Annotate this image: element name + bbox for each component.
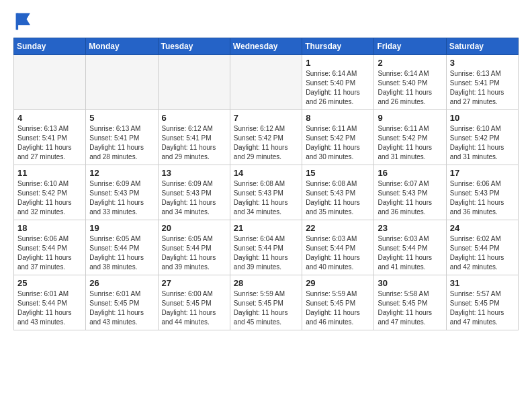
calendar-cell: 26Sunrise: 6:01 AM Sunset: 5:45 PM Dayli… [86, 275, 158, 330]
day-info: Sunrise: 6:07 AM Sunset: 5:43 PM Dayligh… [378, 179, 442, 217]
calendar-cell: 31Sunrise: 5:57 AM Sunset: 5:45 PM Dayli… [446, 275, 518, 330]
weekday-header-friday: Friday [374, 38, 446, 55]
day-info: Sunrise: 6:01 AM Sunset: 5:45 PM Dayligh… [89, 289, 154, 327]
day-number: 29 [306, 278, 370, 288]
calendar-cell: 19Sunrise: 6:05 AM Sunset: 5:44 PM Dayli… [86, 220, 158, 275]
day-info: Sunrise: 6:11 AM Sunset: 5:42 PM Dayligh… [306, 124, 370, 162]
day-number: 28 [234, 278, 298, 288]
calendar-cell: 11Sunrise: 6:10 AM Sunset: 5:42 PM Dayli… [14, 165, 86, 220]
weekday-header-sunday: Sunday [14, 38, 86, 55]
calendar-cell: 4Sunrise: 6:13 AM Sunset: 5:41 PM Daylig… [14, 110, 86, 165]
day-info: Sunrise: 6:14 AM Sunset: 5:40 PM Dayligh… [378, 69, 442, 107]
week-row-1: 1Sunrise: 6:14 AM Sunset: 5:40 PM Daylig… [14, 55, 519, 110]
day-info: Sunrise: 6:13 AM Sunset: 5:41 PM Dayligh… [450, 69, 515, 107]
day-number: 25 [17, 278, 82, 288]
calendar-cell: 20Sunrise: 6:05 AM Sunset: 5:44 PM Dayli… [158, 220, 230, 275]
calendar-cell: 22Sunrise: 6:03 AM Sunset: 5:44 PM Dayli… [302, 220, 374, 275]
day-info: Sunrise: 6:11 AM Sunset: 5:42 PM Dayligh… [378, 124, 442, 162]
calendar-table: SundayMondayTuesdayWednesdayThursdayFrid… [13, 38, 519, 330]
calendar-cell: 27Sunrise: 6:00 AM Sunset: 5:45 PM Dayli… [158, 275, 230, 330]
day-info: Sunrise: 6:08 AM Sunset: 5:43 PM Dayligh… [306, 179, 370, 217]
day-number: 11 [17, 168, 82, 178]
calendar-cell: 16Sunrise: 6:07 AM Sunset: 5:43 PM Dayli… [374, 165, 446, 220]
day-info: Sunrise: 6:13 AM Sunset: 5:41 PM Dayligh… [17, 124, 82, 162]
calendar-cell: 1Sunrise: 6:14 AM Sunset: 5:40 PM Daylig… [302, 55, 374, 110]
calendar-cell: 28Sunrise: 5:59 AM Sunset: 5:45 PM Dayli… [230, 275, 302, 330]
day-info: Sunrise: 6:06 AM Sunset: 5:44 PM Dayligh… [17, 234, 82, 272]
day-number: 2 [378, 58, 442, 68]
day-number: 6 [162, 113, 226, 123]
day-number: 3 [450, 58, 515, 68]
day-number: 9 [378, 113, 442, 123]
day-info: Sunrise: 5:59 AM Sunset: 5:45 PM Dayligh… [234, 289, 298, 327]
day-number: 19 [89, 223, 154, 233]
day-info: Sunrise: 5:59 AM Sunset: 5:45 PM Dayligh… [306, 289, 370, 327]
day-info: Sunrise: 6:10 AM Sunset: 5:42 PM Dayligh… [450, 124, 515, 162]
logo-icon [13, 11, 35, 32]
calendar-cell: 2Sunrise: 6:14 AM Sunset: 5:40 PM Daylig… [374, 55, 446, 110]
calendar-cell [14, 55, 86, 110]
day-number: 18 [17, 223, 82, 233]
day-info: Sunrise: 6:06 AM Sunset: 5:43 PM Dayligh… [450, 179, 515, 217]
day-number: 5 [89, 113, 154, 123]
calendar-cell [158, 55, 230, 110]
day-number: 24 [450, 223, 515, 233]
calendar-cell: 14Sunrise: 6:08 AM Sunset: 5:43 PM Dayli… [230, 165, 302, 220]
week-row-3: 11Sunrise: 6:10 AM Sunset: 5:42 PM Dayli… [14, 165, 519, 220]
weekday-header-thursday: Thursday [302, 38, 374, 55]
calendar-cell: 21Sunrise: 6:04 AM Sunset: 5:44 PM Dayli… [230, 220, 302, 275]
day-info: Sunrise: 6:01 AM Sunset: 5:44 PM Dayligh… [17, 289, 82, 327]
calendar-cell: 7Sunrise: 6:12 AM Sunset: 5:42 PM Daylig… [230, 110, 302, 165]
day-info: Sunrise: 6:14 AM Sunset: 5:40 PM Dayligh… [306, 69, 370, 107]
day-info: Sunrise: 6:08 AM Sunset: 5:43 PM Dayligh… [234, 179, 298, 217]
day-number: 7 [234, 113, 298, 123]
day-info: Sunrise: 6:05 AM Sunset: 5:44 PM Dayligh… [162, 234, 226, 272]
day-number: 23 [378, 223, 442, 233]
day-number: 14 [234, 168, 298, 178]
svg-rect-1 [16, 13, 19, 30]
day-number: 20 [162, 223, 226, 233]
day-number: 22 [306, 223, 370, 233]
day-number: 16 [378, 168, 442, 178]
day-info: Sunrise: 6:09 AM Sunset: 5:43 PM Dayligh… [89, 179, 154, 217]
day-info: Sunrise: 6:12 AM Sunset: 5:41 PM Dayligh… [162, 124, 226, 162]
day-info: Sunrise: 6:00 AM Sunset: 5:45 PM Dayligh… [162, 289, 226, 327]
header [13, 11, 519, 32]
day-number: 17 [450, 168, 515, 178]
day-number: 1 [306, 58, 370, 68]
weekday-header-monday: Monday [86, 38, 158, 55]
week-row-4: 18Sunrise: 6:06 AM Sunset: 5:44 PM Dayli… [14, 220, 519, 275]
calendar-cell [86, 55, 158, 110]
calendar-cell: 25Sunrise: 6:01 AM Sunset: 5:44 PM Dayli… [14, 275, 86, 330]
day-number: 13 [162, 168, 226, 178]
logo [13, 11, 38, 32]
day-info: Sunrise: 6:04 AM Sunset: 5:44 PM Dayligh… [234, 234, 298, 272]
calendar-cell: 9Sunrise: 6:11 AM Sunset: 5:42 PM Daylig… [374, 110, 446, 165]
page: SundayMondayTuesdayWednesdayThursdayFrid… [0, 0, 532, 411]
calendar-cell: 10Sunrise: 6:10 AM Sunset: 5:42 PM Dayli… [446, 110, 518, 165]
calendar-cell: 23Sunrise: 6:03 AM Sunset: 5:44 PM Dayli… [374, 220, 446, 275]
calendar-cell: 18Sunrise: 6:06 AM Sunset: 5:44 PM Dayli… [14, 220, 86, 275]
day-number: 10 [450, 113, 515, 123]
weekday-header-tuesday: Tuesday [158, 38, 230, 55]
day-number: 21 [234, 223, 298, 233]
day-number: 12 [89, 168, 154, 178]
calendar-cell: 30Sunrise: 5:58 AM Sunset: 5:45 PM Dayli… [374, 275, 446, 330]
day-number: 27 [162, 278, 226, 288]
weekday-header-wednesday: Wednesday [230, 38, 302, 55]
calendar-cell: 24Sunrise: 6:02 AM Sunset: 5:44 PM Dayli… [446, 220, 518, 275]
svg-marker-0 [17, 13, 30, 26]
day-info: Sunrise: 6:02 AM Sunset: 5:44 PM Dayligh… [450, 234, 515, 272]
day-info: Sunrise: 6:09 AM Sunset: 5:43 PM Dayligh… [162, 179, 226, 217]
day-number: 8 [306, 113, 370, 123]
week-row-5: 25Sunrise: 6:01 AM Sunset: 5:44 PM Dayli… [14, 275, 519, 330]
calendar-cell: 29Sunrise: 5:59 AM Sunset: 5:45 PM Dayli… [302, 275, 374, 330]
day-info: Sunrise: 6:12 AM Sunset: 5:42 PM Dayligh… [234, 124, 298, 162]
calendar-cell: 3Sunrise: 6:13 AM Sunset: 5:41 PM Daylig… [446, 55, 518, 110]
calendar-cell: 13Sunrise: 6:09 AM Sunset: 5:43 PM Dayli… [158, 165, 230, 220]
weekday-header-saturday: Saturday [446, 38, 518, 55]
day-number: 4 [17, 113, 82, 123]
calendar-cell: 17Sunrise: 6:06 AM Sunset: 5:43 PM Dayli… [446, 165, 518, 220]
day-info: Sunrise: 5:58 AM Sunset: 5:45 PM Dayligh… [378, 289, 442, 327]
calendar-cell: 5Sunrise: 6:13 AM Sunset: 5:41 PM Daylig… [86, 110, 158, 165]
